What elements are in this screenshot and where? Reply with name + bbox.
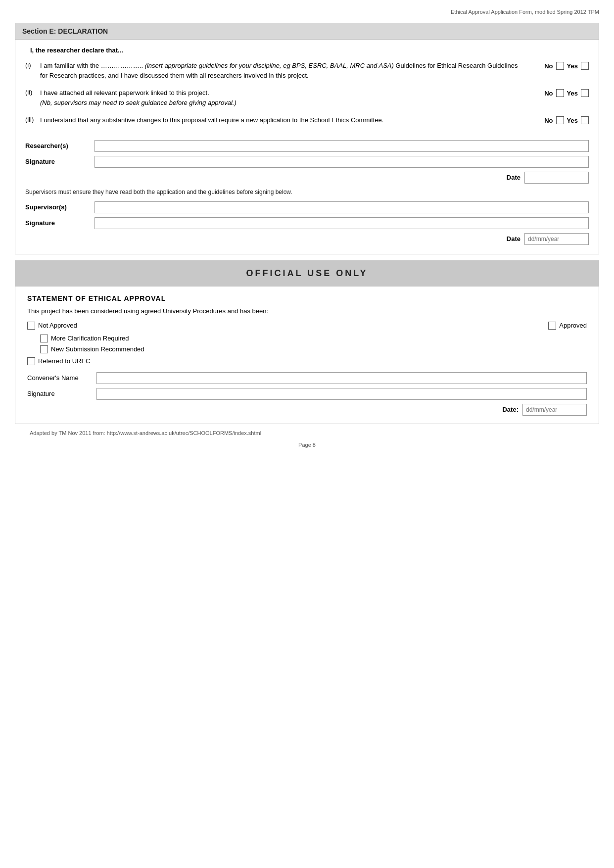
new-submission-row: New Submission Recommended <box>40 345 587 353</box>
signature-label: Signature <box>25 158 94 165</box>
item-ii-plain: I have attached all relevant paperwork l… <box>40 89 209 96</box>
item-i-no-checkbox[interactable] <box>556 62 564 70</box>
item-ii-yes-checkbox[interactable] <box>581 89 589 97</box>
page-header: Ethical Approval Application Form, modif… <box>0 0 614 18</box>
sub-options: More Clarification Required New Submissi… <box>40 335 587 353</box>
supervisor-date-input[interactable] <box>524 233 589 245</box>
official-sig-label: Signature <box>27 390 96 397</box>
researcher-label: Researcher(s) <box>25 142 94 149</box>
item-iii-plain: I understand that any substantive change… <box>40 116 383 124</box>
official-sig-row: Signature <box>27 388 587 400</box>
item-text-ii: I have attached all relevant paperwork l… <box>40 88 524 107</box>
approved-label: Approved <box>559 322 587 329</box>
referred-checkbox[interactable] <box>27 357 35 365</box>
item-ii-no-label: No <box>544 90 553 97</box>
item-ii-no-checkbox[interactable] <box>556 89 564 97</box>
item-text-i: I am familiar with the ……………….. (insert … <box>40 61 524 80</box>
item-iii-yes-label: Yes <box>567 117 578 124</box>
declaration-item-i: (i) I am familiar with the ……………….. (ins… <box>25 61 589 80</box>
more-clarification-row: More Clarification Required <box>40 335 587 342</box>
researcher-declare-text: I, the researcher declare that... <box>25 47 589 54</box>
signature-input[interactable] <box>94 156 589 168</box>
declaration-item-ii: (ii) I have attached all relevant paperw… <box>25 88 589 107</box>
referred-label: Referred to UREC <box>38 357 90 365</box>
supervisor-date-label: Date <box>507 235 520 242</box>
official-date-input[interactable] <box>522 404 587 416</box>
official-section: OFFICIAL USE ONLY STATEMENT OF ETHICAL A… <box>15 260 599 424</box>
item-ii-note: (Nb, supervisors may need to seek guidan… <box>40 99 236 106</box>
researcher-row: Researcher(s) <box>25 140 589 152</box>
item-iii-no-checkbox[interactable] <box>556 116 564 124</box>
item-ii-yes-label: Yes <box>567 90 578 97</box>
date-row: Date <box>25 172 589 184</box>
main-content: Section E: DECLARATION I, the researcher… <box>0 18 614 463</box>
more-clarification-label: More Clarification Required <box>51 335 129 342</box>
signature-row: Signature <box>25 156 589 168</box>
statement-title: STATEMENT OF ETHICAL APPROVAL <box>27 294 587 302</box>
official-inner: STATEMENT OF ETHICAL APPROVAL This proje… <box>15 287 599 424</box>
section-e-box: Section E: DECLARATION I, the researcher… <box>15 23 599 254</box>
official-date-label: Date: <box>502 406 519 413</box>
page-number: Page 8 <box>15 438 599 453</box>
item-i-plain1: I am familiar with the ……………….. <box>40 62 145 69</box>
new-submission-checkbox[interactable] <box>40 345 48 353</box>
adapted-text: Adapted by TM Nov 2011 from: http://www.… <box>30 430 261 436</box>
item-num-i: (i) <box>25 61 40 69</box>
new-submission-label: New Submission Recommended <box>51 345 144 353</box>
item-ii-checkboxes: No Yes <box>524 88 589 97</box>
section-e-inner: I, the researcher declare that... (i) I … <box>15 40 599 140</box>
date-label: Date <box>507 174 520 181</box>
not-approved-label: Not Approved <box>38 322 77 329</box>
supervisor-row: Supervisor(s) <box>25 201 589 213</box>
item-i-checkboxes: No Yes <box>524 61 589 70</box>
supervisor-input[interactable] <box>94 201 589 213</box>
supervisor-sig-input[interactable] <box>94 217 589 229</box>
item-text-iii: I understand that any substantive change… <box>40 115 524 125</box>
researcher-fields: Researcher(s) Signature Date Supervisors… <box>15 140 599 254</box>
official-header: OFFICIAL USE ONLY <box>15 260 599 287</box>
supervisor-sig-label: Signature <box>25 219 94 227</box>
header-title: Ethical Approval Application Form, modif… <box>451 9 599 15</box>
approval-row: Not Approved Approved <box>27 322 587 330</box>
supervisor-date-row: Date <box>25 233 589 245</box>
official-sig-input[interactable] <box>96 388 587 400</box>
page-footer: Adapted by TM Nov 2011 from: http://www.… <box>15 424 599 438</box>
item-num-iii: (iii) <box>25 115 40 123</box>
declaration-item-iii: (iii) I understand that any substantive … <box>25 115 589 125</box>
approved-checkbox[interactable] <box>548 322 556 330</box>
approved-group: Approved <box>548 322 587 330</box>
item-i-italic: (insert appropriate guidelines for your … <box>145 62 394 69</box>
item-iii-checkboxes: No Yes <box>524 115 589 124</box>
official-date-row: Date: <box>27 404 587 416</box>
supervisor-sig-row: Signature <box>25 217 589 229</box>
item-i-yes-checkbox[interactable] <box>581 62 589 70</box>
supervisor-note: Supervisors must ensure they have read b… <box>25 189 589 195</box>
more-clarification-checkbox[interactable] <box>40 335 48 342</box>
item-num-ii: (ii) <box>25 88 40 96</box>
convener-input[interactable] <box>96 372 587 384</box>
not-approved-checkbox[interactable] <box>27 322 35 330</box>
project-note: This project has been considered using a… <box>27 307 587 315</box>
item-iii-no-label: No <box>544 117 553 124</box>
researcher-input[interactable] <box>94 140 589 152</box>
item-i-yes-label: Yes <box>567 62 578 70</box>
date-input[interactable] <box>524 172 589 184</box>
convener-label: Convener's Name <box>27 374 96 382</box>
supervisor-label: Supervisor(s) <box>25 203 94 211</box>
convener-row: Convener's Name <box>27 372 587 384</box>
section-e-title: Section E: DECLARATION <box>15 23 599 40</box>
item-i-no-label: No <box>544 62 553 70</box>
item-iii-yes-checkbox[interactable] <box>581 116 589 124</box>
referred-row: Referred to UREC <box>27 357 587 365</box>
not-approved-group: Not Approved <box>27 322 77 330</box>
